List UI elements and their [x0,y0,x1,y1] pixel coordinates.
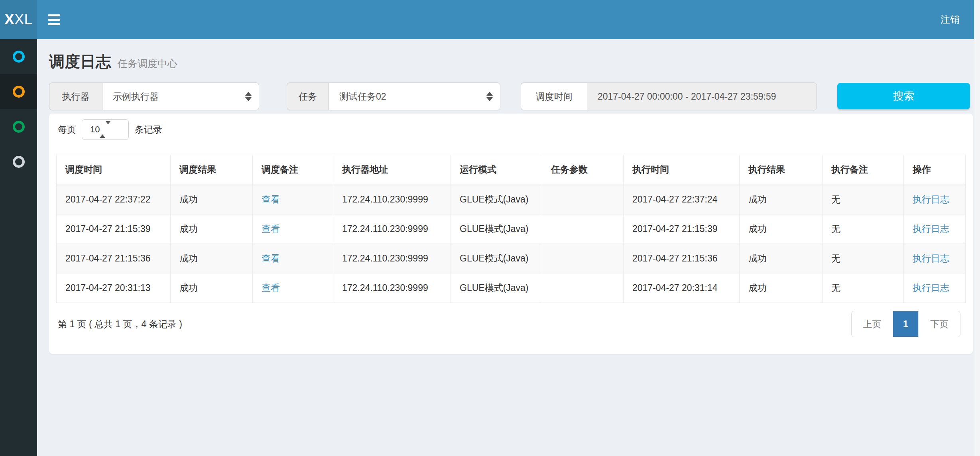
trigger-time-range-input[interactable] [587,83,817,110]
sidebar [0,39,37,456]
col-header-handle-msg: 执行备注 [823,155,904,185]
sidebar-item-4[interactable] [0,144,37,179]
log-panel: 每页 10 条记录 调度时间 调度结果 调度备注 执行器地址 运行模式 任务参数 [49,114,973,354]
trigger-time-filter-group: 调度时间 [521,83,817,110]
table-row: 2017-04-27 20:31:13 成功 查看 172.24.110.230… [57,273,966,303]
app-logo-rest: XL [14,11,32,28]
executor-filter-group: 执行器 示例执行器 [49,83,259,110]
cell-handle-time: 2017-04-27 21:15:39 [624,214,740,244]
current-page-button[interactable]: 1 [893,311,918,337]
cell-trigger-time: 2017-04-27 20:31:13 [57,273,171,303]
cell-glue-type: GLUE模式(Java) [451,273,542,303]
col-header-trigger-result: 调度结果 [171,155,253,185]
page-size-row: 每页 10 条记录 [58,119,966,140]
page-subtitle: 任务调度中心 [118,57,177,70]
table-row: 2017-04-27 21:15:36 成功 查看 172.24.110.230… [57,244,966,273]
executor-filter-label: 执行器 [49,83,102,110]
filter-toolbar: 执行器 示例执行器 任务 测试任务02 调度时间 搜索 [49,83,974,110]
select-arrows-icon [486,92,493,101]
job-select-value: 测试任务02 [339,90,386,103]
hamburger-icon [48,14,60,16]
app-logo: XXL [0,0,37,39]
cell-handle-msg: 无 [823,214,904,244]
cell-handle-result: 成功 [740,185,823,214]
page-size-suffix-label: 条记录 [134,124,162,136]
sidebar-toggle-button[interactable] [41,0,67,39]
trigger-time-filter-label: 调度时间 [521,83,587,110]
exec-log-link[interactable]: 执行日志 [913,253,949,263]
cell-handle-result: 成功 [740,244,823,273]
cell-handle-time: 2017-04-27 22:37:24 [624,185,740,214]
main-content: 调度日志 任务调度中心 执行器 示例执行器 任务 测试任务02 调度时间 搜索 … [37,39,974,456]
cell-handle-msg: 无 [823,185,904,214]
view-trigger-msg-link[interactable]: 查看 [262,253,280,263]
sidebar-item-1[interactable] [0,39,37,74]
cell-param [542,244,624,273]
pagination-summary: 第 1 页 ( 总共 1 页，4 条记录 ) [58,318,182,330]
dispatch-log-table: 调度时间 调度结果 调度备注 执行器地址 运行模式 任务参数 执行时间 执行结果… [56,155,966,303]
cell-trigger-result: 成功 [171,244,253,273]
col-header-handle-result: 执行结果 [740,155,823,185]
cell-handle-time: 2017-04-27 20:31:14 [624,273,740,303]
cell-param [542,273,624,303]
sidebar-item-2-active[interactable] [0,74,37,109]
col-header-handle-time: 执行时间 [624,155,740,185]
job-filter-group: 任务 测试任务02 [287,83,500,110]
cell-trigger-result: 成功 [171,214,253,244]
col-header-trigger-msg: 调度备注 [253,155,333,185]
exec-log-link[interactable]: 执行日志 [913,283,949,293]
page-size-select[interactable]: 10 [82,119,129,140]
cell-handle-result: 成功 [740,214,823,244]
select-arrows-icon [245,92,252,101]
cell-trigger-result: 成功 [171,273,253,303]
top-navbar: XXL 注销 [0,0,974,39]
prev-page-button[interactable]: 上页 [852,311,893,337]
cell-handle-msg: 无 [823,244,904,273]
cell-glue-type: GLUE模式(Java) [451,214,542,244]
page-size-prefix-label: 每页 [58,124,76,136]
job-select[interactable]: 测试任务02 [329,83,500,110]
pager: 上页 1 下页 [851,311,960,337]
exec-log-link[interactable]: 执行日志 [913,194,949,204]
col-header-trigger-time: 调度时间 [57,155,171,185]
job-filter-label: 任务 [287,83,329,110]
app-logo-bold: X [4,11,14,28]
cell-glue-type: GLUE模式(Java) [451,244,542,273]
scrollbar-track[interactable] [974,0,980,456]
col-header-glue-type: 运行模式 [451,155,542,185]
exec-log-link[interactable]: 执行日志 [913,224,949,234]
logout-link[interactable]: 注销 [926,0,974,39]
cell-param [542,185,624,214]
cell-address: 172.24.110.230:9999 [333,273,451,303]
cell-trigger-time: 2017-04-27 21:15:36 [57,244,171,273]
executor-select[interactable]: 示例执行器 [102,83,259,110]
executor-select-value: 示例执行器 [113,90,159,103]
view-trigger-msg-link[interactable]: 查看 [262,194,280,204]
col-header-action: 操作 [904,155,966,185]
view-trigger-msg-link[interactable]: 查看 [262,283,280,293]
col-header-address: 执行器地址 [333,155,451,185]
pagination-row: 第 1 页 ( 总共 1 页，4 条记录 ) 上页 1 下页 [56,311,966,337]
cell-param [542,214,624,244]
table-row: 2017-04-27 22:37:22 成功 查看 172.24.110.230… [57,185,966,214]
table-header-row: 调度时间 调度结果 调度备注 执行器地址 运行模式 任务参数 执行时间 执行结果… [57,155,966,185]
cell-glue-type: GLUE模式(Java) [451,185,542,214]
cell-address: 172.24.110.230:9999 [333,185,451,214]
next-page-button[interactable]: 下页 [918,311,960,337]
sidebar-item-3[interactable] [0,109,37,144]
view-trigger-msg-link[interactable]: 查看 [262,224,280,234]
circle-o-icon [13,156,25,168]
select-arrows-icon [100,124,111,135]
cell-trigger-time: 2017-04-27 22:37:22 [57,185,171,214]
search-button[interactable]: 搜索 [837,83,970,109]
circle-o-icon [13,51,25,63]
page-title: 调度日志 [49,51,111,73]
circle-o-icon [13,121,25,133]
cell-trigger-time: 2017-04-27 21:15:39 [57,214,171,244]
cell-address: 172.24.110.230:9999 [333,214,451,244]
col-header-param: 任务参数 [542,155,624,185]
cell-address: 172.24.110.230:9999 [333,244,451,273]
cell-trigger-result: 成功 [171,185,253,214]
cell-handle-time: 2017-04-27 21:15:36 [624,244,740,273]
table-row: 2017-04-27 21:15:39 成功 查看 172.24.110.230… [57,214,966,244]
